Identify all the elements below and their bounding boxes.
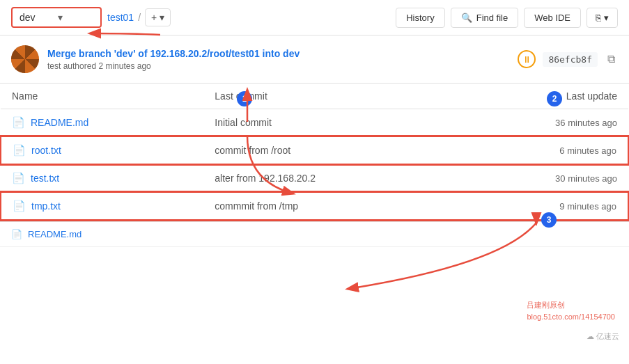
file-name-2[interactable]: 📄 test.txt xyxy=(12,172,192,184)
cloud-watermark: ☁ 亿速云 xyxy=(587,331,619,342)
clone-icon: ⎘ xyxy=(596,13,601,23)
footer-table: 📄 README.md xyxy=(0,221,629,247)
file-commit-0: Initial commit xyxy=(203,109,456,137)
search-icon: 🔍 xyxy=(461,13,472,23)
commit-author: test xyxy=(47,61,61,71)
path-separator: / xyxy=(138,12,141,23)
commit-meta: test authored 2 minutes ago xyxy=(47,61,509,71)
file-label-0[interactable]: README.md xyxy=(31,117,88,128)
file-commit-2: alter from 192.168.20.2 xyxy=(203,164,456,192)
file-table: Name Last commit Last update 📄 README.md… xyxy=(0,84,629,221)
readme-footer-cell: 📄 README.md xyxy=(0,221,629,247)
branch-selector[interactable]: dev ▾ xyxy=(11,7,102,28)
commit-info: Merge branch 'dev' of 192.168.20.2/root/… xyxy=(47,48,509,71)
readme-footer-icon: 📄 xyxy=(11,229,22,239)
file-commit-3: commmit from /tmp xyxy=(203,192,456,220)
clone-button[interactable]: ⎘ ▾ xyxy=(587,8,618,28)
find-file-button[interactable]: 🔍 Find file xyxy=(451,8,519,28)
branch-name: dev xyxy=(20,12,55,23)
clone-chevron: ▾ xyxy=(604,13,609,23)
add-icon: + xyxy=(151,12,157,23)
col-update: Last update xyxy=(456,84,628,109)
commit-time: 2 minutes ago xyxy=(98,61,150,71)
branch-chevron: ▾ xyxy=(58,12,93,23)
commit-message[interactable]: Merge branch 'dev' of 192.168.20.2/root/… xyxy=(47,48,509,59)
commit-bar: Merge branch 'dev' of 192.168.20.2/root/… xyxy=(0,35,629,84)
readme-footer-row: 📄 README.md xyxy=(0,221,629,247)
file-label-1[interactable]: root.txt xyxy=(31,145,61,156)
annotation-2: 2 xyxy=(547,91,562,106)
annotation-1: 1 xyxy=(237,91,252,106)
commit-hash[interactable]: 86efcb8f xyxy=(543,52,598,67)
watermark-text: 吕建刚原创 blog.51cto.com/14154700 xyxy=(527,299,615,322)
pipeline-status-icon[interactable]: ⏸ xyxy=(518,50,536,68)
history-button[interactable]: History xyxy=(396,8,444,28)
file-icon-2: 📄 xyxy=(12,172,25,184)
file-icon-0: 📄 xyxy=(12,116,25,129)
readme-footer-name[interactable]: 📄 README.md xyxy=(11,229,618,239)
file-icon-1: 📄 xyxy=(13,144,26,157)
file-update-0: 36 minutes ago xyxy=(456,109,628,137)
col-name: Name xyxy=(1,84,203,109)
toolbar: dev ▾ test01 / + ▾ History 🔍 Find file W… xyxy=(0,0,629,35)
file-label-2[interactable]: test.txt xyxy=(31,173,59,184)
add-button[interactable]: + ▾ xyxy=(145,8,171,26)
file-commit-1: commit from /root xyxy=(203,136,456,164)
web-ide-button[interactable]: Web IDE xyxy=(524,8,581,28)
commit-verb: authored xyxy=(63,61,96,71)
repo-name[interactable]: test01 xyxy=(107,12,134,23)
file-label-3[interactable]: tmp.txt xyxy=(31,200,61,212)
table-row: 📄 root.txt commit from /root6 minutes ag… xyxy=(1,136,628,164)
breadcrumb: test01 / + ▾ xyxy=(107,8,171,26)
file-icon-3: 📄 xyxy=(13,200,26,212)
add-chevron: ▾ xyxy=(160,12,164,23)
commit-actions: ⏸ 86efcb8f ⧉ xyxy=(518,50,618,68)
file-update-1: 6 minutes ago xyxy=(456,136,628,164)
table-row: 📄 test.txt alter from 192.168.20.230 min… xyxy=(1,164,628,192)
table-header: Name Last commit Last update xyxy=(1,84,628,109)
file-name-1[interactable]: 📄 root.txt xyxy=(13,144,192,157)
annotation-3: 3 xyxy=(541,212,557,228)
file-name-3[interactable]: 📄 tmp.txt xyxy=(13,200,192,212)
file-update-2: 30 minutes ago xyxy=(456,164,628,192)
copy-hash-button[interactable]: ⧉ xyxy=(605,52,618,67)
table-row: 📄 README.md Initial commit36 minutes ago xyxy=(1,109,628,137)
avatar xyxy=(11,45,39,73)
table-row: 📄 tmp.txt commmit from /tmp9 minutes ago xyxy=(1,192,628,220)
readme-footer-label: README.md xyxy=(28,229,81,239)
file-name-0[interactable]: 📄 README.md xyxy=(12,116,192,129)
